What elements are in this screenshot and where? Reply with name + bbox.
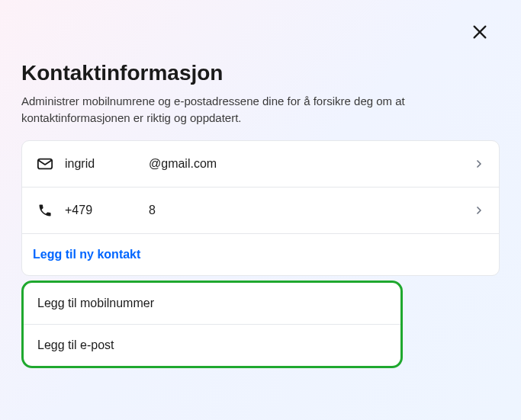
contact-info-modal: Kontaktinformasjon Administrer mobilnumr… (6, 0, 515, 420)
close-icon (471, 24, 488, 40)
phone-text: +479 8 (65, 204, 473, 217)
chevron-right-icon (473, 158, 485, 170)
modal-title: Kontaktinformasjon (21, 61, 500, 85)
close-button[interactable] (469, 21, 490, 43)
mail-icon (36, 155, 54, 173)
email-local: ingrid (65, 157, 149, 171)
phone-prefix: +479 (65, 204, 149, 217)
phone-icon (36, 201, 54, 220)
modal-subtitle: Administrer mobilnumrene og e-postadress… (21, 93, 479, 127)
chevron-right-icon (473, 204, 485, 216)
add-email-option[interactable]: Legg til e-post (24, 324, 400, 366)
add-options-popup: Legg til mobilnummer Legg til e-post (21, 281, 403, 368)
add-contact-section: Legg til ny kontakt (22, 233, 499, 275)
phone-suffix: 8 (149, 204, 156, 217)
email-domain: @gmail.com (149, 157, 217, 171)
email-row[interactable]: ingrid @gmail.com (22, 141, 499, 187)
phone-row[interactable]: +479 8 (22, 187, 499, 233)
contacts-card: ingrid @gmail.com +479 8 Legg til ny k (21, 140, 500, 276)
email-text: ingrid @gmail.com (65, 157, 473, 171)
add-phone-option[interactable]: Legg til mobilnummer (24, 283, 400, 324)
add-contact-link[interactable]: Legg til ny kontakt (33, 248, 140, 261)
